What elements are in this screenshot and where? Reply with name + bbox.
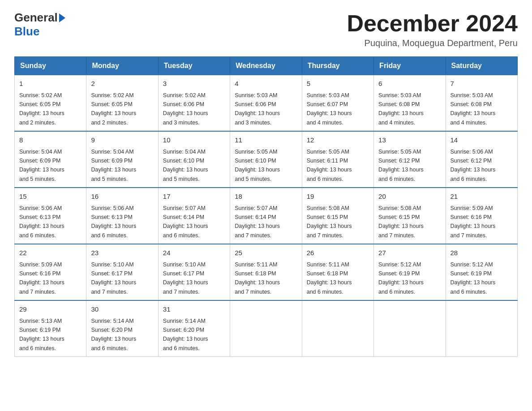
calendar-cell: 27Sunrise: 5:12 AMSunset: 6:19 PMDayligh… — [374, 244, 446, 300]
calendar-cell: 1Sunrise: 5:02 AMSunset: 6:05 PMDaylight… — [15, 75, 86, 131]
calendar-cell — [446, 300, 517, 357]
day-number: 19 — [307, 192, 369, 202]
day-info: Sunrise: 5:04 AMSunset: 6:10 PMDaylight:… — [163, 149, 208, 182]
calendar-cell: 26Sunrise: 5:11 AMSunset: 6:18 PMDayligh… — [302, 244, 373, 300]
weekday-header-sunday: Sunday — [15, 57, 86, 75]
day-number: 24 — [163, 248, 225, 258]
logo: General Blue — [14, 11, 65, 39]
calendar-cell: 12Sunrise: 5:05 AMSunset: 6:11 PMDayligh… — [302, 131, 373, 188]
day-info: Sunrise: 5:02 AMSunset: 6:05 PMDaylight:… — [91, 92, 136, 126]
calendar-cell: 18Sunrise: 5:07 AMSunset: 6:14 PMDayligh… — [230, 188, 302, 244]
weekday-header-row: SundayMondayTuesdayWednesdayThursdayFrid… — [15, 57, 518, 75]
day-info: Sunrise: 5:03 AMSunset: 6:08 PMDaylight:… — [378, 92, 424, 126]
day-number: 22 — [19, 248, 82, 258]
day-number: 13 — [378, 135, 441, 146]
day-number: 11 — [235, 135, 297, 146]
calendar-cell: 29Sunrise: 5:13 AMSunset: 6:19 PMDayligh… — [15, 300, 86, 357]
calendar-cell: 16Sunrise: 5:06 AMSunset: 6:13 PMDayligh… — [86, 188, 158, 244]
calendar-cell: 10Sunrise: 5:04 AMSunset: 6:10 PMDayligh… — [158, 131, 230, 188]
calendar-cell — [230, 300, 302, 357]
day-number: 2 — [91, 79, 153, 89]
calendar-cell: 6Sunrise: 5:03 AMSunset: 6:08 PMDaylight… — [374, 75, 446, 131]
calendar-cell: 13Sunrise: 5:05 AMSunset: 6:12 PMDayligh… — [374, 131, 446, 188]
calendar-cell — [302, 300, 373, 357]
day-info: Sunrise: 5:03 AMSunset: 6:06 PMDaylight:… — [235, 92, 280, 126]
day-number: 30 — [91, 304, 153, 315]
title-area: December 2024 Puquina, Moquegua Departme… — [347, 11, 518, 48]
day-number: 15 — [19, 192, 82, 202]
day-info: Sunrise: 5:03 AMSunset: 6:08 PMDaylight:… — [450, 92, 496, 126]
day-info: Sunrise: 5:02 AMSunset: 6:05 PMDaylight:… — [19, 92, 64, 126]
day-number: 25 — [235, 248, 297, 258]
calendar-cell: 15Sunrise: 5:06 AMSunset: 6:13 PMDayligh… — [15, 188, 86, 244]
day-number: 23 — [91, 248, 153, 258]
day-info: Sunrise: 5:05 AMSunset: 6:10 PMDaylight:… — [235, 149, 280, 182]
day-number: 10 — [163, 135, 225, 146]
day-number: 18 — [235, 192, 297, 202]
calendar-week-row: 8Sunrise: 5:04 AMSunset: 6:09 PMDaylight… — [15, 131, 518, 188]
calendar-cell: 17Sunrise: 5:07 AMSunset: 6:14 PMDayligh… — [158, 188, 230, 244]
day-info: Sunrise: 5:07 AMSunset: 6:14 PMDaylight:… — [235, 205, 280, 239]
day-number: 12 — [307, 135, 369, 146]
calendar-cell: 19Sunrise: 5:08 AMSunset: 6:15 PMDayligh… — [302, 188, 373, 244]
day-number: 14 — [450, 135, 513, 146]
calendar-week-row: 29Sunrise: 5:13 AMSunset: 6:19 PMDayligh… — [15, 300, 518, 357]
calendar-cell: 20Sunrise: 5:08 AMSunset: 6:15 PMDayligh… — [374, 188, 446, 244]
weekday-header-saturday: Saturday — [446, 57, 517, 75]
logo-general-text: General — [14, 11, 58, 25]
day-info: Sunrise: 5:02 AMSunset: 6:06 PMDaylight:… — [163, 92, 208, 126]
weekday-header-wednesday: Wednesday — [230, 57, 302, 75]
day-number: 20 — [378, 192, 441, 202]
calendar-cell — [374, 300, 446, 357]
calendar-week-row: 15Sunrise: 5:06 AMSunset: 6:13 PMDayligh… — [15, 188, 518, 244]
day-info: Sunrise: 5:04 AMSunset: 6:09 PMDaylight:… — [91, 149, 136, 182]
day-info: Sunrise: 5:07 AMSunset: 6:14 PMDaylight:… — [163, 205, 208, 239]
day-info: Sunrise: 5:05 AMSunset: 6:11 PMDaylight:… — [307, 149, 352, 182]
calendar-cell: 3Sunrise: 5:02 AMSunset: 6:06 PMDaylight… — [158, 75, 230, 131]
calendar-cell: 28Sunrise: 5:12 AMSunset: 6:19 PMDayligh… — [446, 244, 517, 300]
day-number: 5 — [307, 79, 369, 89]
day-number: 29 — [19, 304, 82, 315]
day-number: 16 — [91, 192, 153, 202]
weekday-header-friday: Friday — [374, 57, 446, 75]
day-info: Sunrise: 5:09 AMSunset: 6:16 PMDaylight:… — [450, 205, 496, 239]
calendar-cell: 22Sunrise: 5:09 AMSunset: 6:16 PMDayligh… — [15, 244, 86, 300]
day-info: Sunrise: 5:06 AMSunset: 6:13 PMDaylight:… — [91, 205, 136, 239]
day-info: Sunrise: 5:11 AMSunset: 6:18 PMDaylight:… — [235, 261, 280, 295]
location-subtitle: Puquina, Moquegua Department, Peru — [347, 38, 518, 48]
calendar-cell: 23Sunrise: 5:10 AMSunset: 6:17 PMDayligh… — [86, 244, 158, 300]
day-info: Sunrise: 5:06 AMSunset: 6:13 PMDaylight:… — [19, 205, 64, 239]
weekday-header-thursday: Thursday — [302, 57, 373, 75]
day-info: Sunrise: 5:05 AMSunset: 6:12 PMDaylight:… — [378, 149, 424, 182]
calendar-cell: 9Sunrise: 5:04 AMSunset: 6:09 PMDaylight… — [86, 131, 158, 188]
day-number: 26 — [307, 248, 369, 258]
day-number: 28 — [450, 248, 513, 258]
day-info: Sunrise: 5:08 AMSunset: 6:15 PMDaylight:… — [378, 205, 424, 239]
day-info: Sunrise: 5:10 AMSunset: 6:17 PMDaylight:… — [91, 261, 136, 295]
calendar-cell: 30Sunrise: 5:14 AMSunset: 6:20 PMDayligh… — [86, 300, 158, 357]
calendar-cell: 4Sunrise: 5:03 AMSunset: 6:06 PMDaylight… — [230, 75, 302, 131]
day-info: Sunrise: 5:13 AMSunset: 6:19 PMDaylight:… — [19, 318, 64, 351]
day-info: Sunrise: 5:14 AMSunset: 6:20 PMDaylight:… — [91, 318, 136, 351]
calendar-cell: 5Sunrise: 5:03 AMSunset: 6:07 PMDaylight… — [302, 75, 373, 131]
calendar-week-row: 22Sunrise: 5:09 AMSunset: 6:16 PMDayligh… — [15, 244, 518, 300]
day-info: Sunrise: 5:14 AMSunset: 6:20 PMDaylight:… — [163, 318, 208, 351]
calendar-cell: 21Sunrise: 5:09 AMSunset: 6:16 PMDayligh… — [446, 188, 517, 244]
calendar-cell: 24Sunrise: 5:10 AMSunset: 6:17 PMDayligh… — [158, 244, 230, 300]
calendar-cell: 7Sunrise: 5:03 AMSunset: 6:08 PMDaylight… — [446, 75, 517, 131]
calendar-cell: 31Sunrise: 5:14 AMSunset: 6:20 PMDayligh… — [158, 300, 230, 357]
day-number: 21 — [450, 192, 513, 202]
day-number: 31 — [163, 304, 225, 315]
day-number: 6 — [378, 79, 441, 89]
logo-blue-text: Blue — [14, 25, 39, 38]
day-number: 17 — [163, 192, 225, 202]
day-number: 1 — [19, 79, 82, 89]
day-number: 27 — [378, 248, 441, 258]
day-number: 3 — [163, 79, 225, 89]
calendar-cell: 2Sunrise: 5:02 AMSunset: 6:05 PMDaylight… — [86, 75, 158, 131]
day-number: 7 — [450, 79, 513, 89]
day-info: Sunrise: 5:12 AMSunset: 6:19 PMDaylight:… — [378, 261, 424, 295]
calendar-cell: 11Sunrise: 5:05 AMSunset: 6:10 PMDayligh… — [230, 131, 302, 188]
page-header: General Blue December 2024 Puquina, Moqu… — [14, 11, 518, 48]
day-number: 8 — [19, 135, 82, 146]
